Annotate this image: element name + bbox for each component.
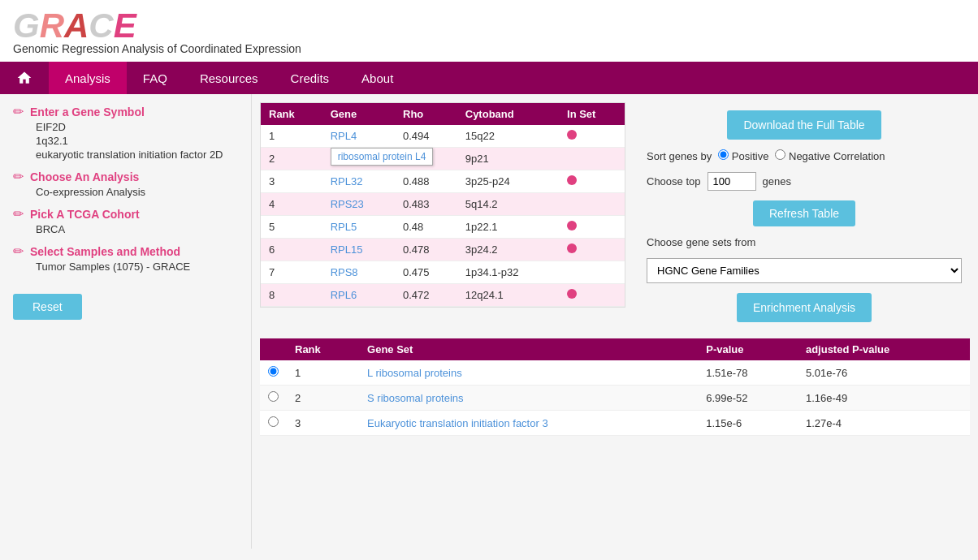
sidebar-enter-gene: ✏ Enter a Gene Symbol EIF2D 1q32.1 eukar… (13, 104, 238, 161)
sort-negative-label[interactable]: Negative Correlation (775, 149, 885, 162)
cell-inset-7 (559, 261, 625, 284)
erow3-radio[interactable] (268, 416, 279, 427)
sort-positive-label[interactable]: Positive (718, 149, 768, 162)
ecol-rank: Rank (287, 338, 359, 360)
erow3-geneset[interactable]: Eukaryotic translation initiation factor… (359, 411, 698, 436)
cell-cytoband-4: 5q14.2 (457, 193, 559, 216)
home-icon (16, 70, 32, 86)
cell-inset-2 (559, 148, 625, 170)
enrichment-button[interactable]: Enrichment Analysis (737, 293, 872, 322)
col-rank: Rank (261, 103, 322, 125)
erow1-adjpvalue: 5.01e-76 (798, 360, 970, 386)
erow2-radio[interactable] (268, 391, 279, 402)
cell-rank-5: 5 (261, 216, 322, 239)
erow1-rank: 1 (287, 360, 359, 386)
cohort-value: BRCA (13, 223, 238, 235)
cell-gene-3[interactable]: RPL32 (322, 170, 395, 193)
reset-button[interactable]: Reset (13, 294, 82, 320)
cell-gene-4[interactable]: RPS23 (322, 193, 395, 216)
main-layout: ✏ Enter a Gene Symbol EIF2D 1q32.1 eukar… (0, 94, 978, 549)
nav-about[interactable]: About (345, 62, 409, 94)
erow2-rank: 2 (287, 386, 359, 411)
ecol-adjpvalue: adjusted P-value (798, 338, 970, 360)
cell-gene-6[interactable]: RPL15 (322, 239, 395, 261)
col-cytoband: Cytoband (457, 103, 559, 125)
sidebar: ✏ Enter a Gene Symbol EIF2D 1q32.1 eukar… (0, 94, 252, 549)
erow2-radio-cell[interactable] (260, 386, 287, 411)
gene-locus-value: 1q32.1 (13, 135, 238, 147)
logo-g: G (13, 6, 40, 45)
table-row: 5 RPL5 0.48 1p22.1 (261, 216, 625, 239)
cell-gene-8[interactable]: RPL6 (322, 284, 395, 307)
erow1-geneset[interactable]: L ribosomal proteins (359, 360, 698, 386)
gene-table-body: 1 RPL4 ribosomal protein L4 0.494 15q22 (261, 125, 625, 307)
cell-rho-4: 0.483 (395, 193, 457, 216)
top-genes-input[interactable] (708, 172, 756, 191)
cell-rho-8: 0.472 (395, 284, 457, 307)
edit-icon-gene: ✏ (13, 104, 24, 119)
sidebar-select-samples: ✏ Select Samples and Method Tumor Sample… (13, 243, 238, 273)
enrichment-table: Rank Gene Set P-value adjusted P-value 1… (260, 338, 970, 436)
table-row: 3 RPL32 0.488 3p25-p24 (261, 170, 625, 193)
sort-negative-radio[interactable] (775, 149, 785, 160)
cell-rank-2: 2 (261, 148, 322, 170)
step-select-samples[interactable]: ✏ Select Samples and Method (13, 243, 238, 259)
erow3-radio-cell[interactable] (260, 411, 287, 436)
logo: G R A C E (13, 6, 965, 45)
erow3-rank: 3 (287, 411, 359, 436)
logo-c: C (89, 6, 113, 45)
table-row: 4 RPS23 0.483 5q14.2 (261, 193, 625, 216)
analysis-type-value: Co-expression Analysis (13, 186, 238, 198)
nav-credits[interactable]: Credits (275, 62, 346, 94)
top-genes-suffix: genes (763, 175, 791, 187)
cell-rho-6: 0.478 (395, 239, 457, 261)
nav-home[interactable] (0, 62, 49, 94)
cell-inset-8 (559, 284, 625, 307)
step-pick-cohort[interactable]: ✏ Pick A TCGA Cohort (13, 206, 238, 222)
cell-gene-7[interactable]: RPS8 (322, 261, 395, 284)
nav-faq[interactable]: FAQ (127, 62, 184, 94)
cell-gene-1[interactable]: RPL4 ribosomal protein L4 (322, 125, 395, 148)
step-pick-cohort-label: Pick A TCGA Cohort (30, 208, 140, 221)
cell-gene-5[interactable]: RPL5 (322, 216, 395, 239)
ecol-pvalue: P-value (698, 338, 798, 360)
erow1-radio-cell[interactable] (260, 360, 287, 386)
enrichment-table-wrapper[interactable]: Rank Gene Set P-value adjusted P-value 1… (260, 338, 970, 541)
nav-bar: Analysis FAQ Resources Credits About (0, 62, 978, 94)
cell-inset-5 (559, 216, 625, 239)
dot-red-5 (567, 221, 577, 230)
cell-cytoband-8: 12q24.1 (457, 284, 559, 307)
cell-cytoband-5: 1p22.1 (457, 216, 559, 239)
app-header: G R A C E Genomic Regression Analysis of… (0, 0, 978, 62)
download-button[interactable]: Download the Full Table (727, 110, 881, 140)
cell-rho-1: 0.494 (395, 125, 457, 148)
cell-inset-4 (559, 193, 625, 216)
gene-link-1[interactable]: RPL4 (331, 130, 357, 142)
enrichment-table-body: 1 L ribosomal proteins 1.51e-78 5.01e-76… (260, 360, 970, 436)
cell-rho-7: 0.475 (395, 261, 457, 284)
step-enter-gene[interactable]: ✏ Enter a Gene Symbol (13, 104, 238, 119)
ecol-geneset: Gene Set (359, 338, 698, 360)
cell-cytoband-1: 15q22 (457, 125, 559, 148)
step-enter-gene-label: Enter a Gene Symbol (30, 106, 145, 118)
erow1-radio[interactable] (268, 366, 279, 377)
refresh-button[interactable]: Refresh Table (753, 200, 855, 226)
gene-sets-select[interactable]: HGNC Gene Families GO Biological Process… (647, 258, 962, 283)
nav-analysis[interactable]: Analysis (49, 62, 127, 94)
sort-positive-radio[interactable] (718, 149, 729, 160)
cell-cytoband-3: 3p25-p24 (457, 170, 559, 193)
top-genes-row: Choose top genes (647, 172, 962, 191)
step-select-samples-label: Select Samples and Method (30, 245, 180, 258)
top-genes-label: Choose top (647, 175, 701, 187)
gene-table-scroll[interactable]: Rank Gene Rho Cytoband In Set 1 (260, 102, 625, 308)
erow3-adjpvalue: 1.27e-4 (798, 411, 970, 436)
step-choose-analysis[interactable]: ✏ Choose An Analysis (13, 169, 238, 184)
gene-tooltip-1: ribosomal protein L4 (331, 148, 434, 166)
erow3-pvalue: 1.15e-6 (698, 411, 798, 436)
cell-cytoband-7: 1p34.1-p32 (457, 261, 559, 284)
gene-table: Rank Gene Rho Cytoband In Set 1 (261, 103, 625, 307)
nav-resources[interactable]: Resources (184, 62, 275, 94)
gene-symbol-value: EIF2D (13, 121, 238, 133)
erow2-geneset[interactable]: S ribosomal proteins (359, 386, 698, 411)
erow2-pvalue: 6.99e-52 (698, 386, 798, 411)
